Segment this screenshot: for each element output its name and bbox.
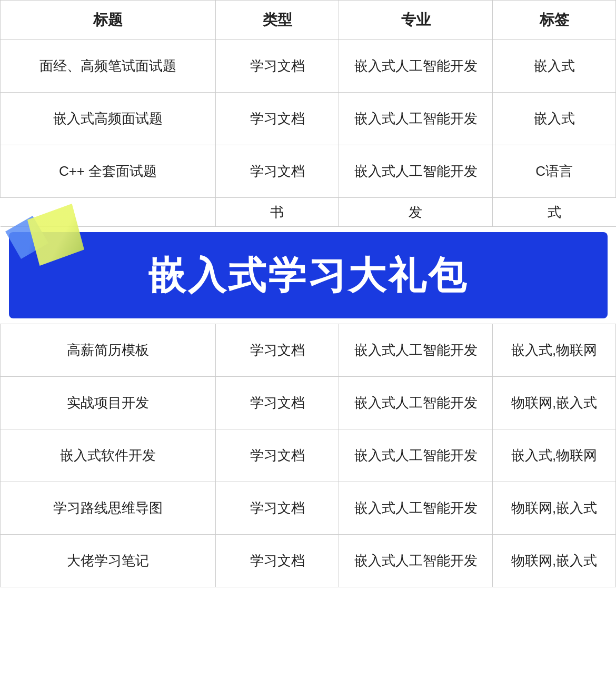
table-row: 面经、高频笔试面试题 学习文档 嵌入式人工智能开发 嵌入式 bbox=[1, 40, 616, 93]
cell-tag: 物联网,嵌入式 bbox=[493, 482, 616, 535]
cell-type: 学习文档 bbox=[216, 324, 339, 377]
banner-text: 嵌入式学习大礼包 bbox=[25, 247, 592, 304]
banner-row: 书 发 式 嵌入式学习大礼包 bbox=[1, 198, 616, 324]
partial-type: 书 bbox=[216, 198, 339, 226]
cell-title: 嵌入式高频面试题 bbox=[1, 93, 216, 145]
table-row: 大佬学习笔记 学习文档 嵌入式人工智能开发 物联网,嵌入式 bbox=[1, 535, 616, 587]
table-header: 标题 类型 专业 标签 bbox=[1, 1, 616, 40]
cell-major: 嵌入式人工智能开发 bbox=[339, 482, 492, 535]
partial-tag: 式 bbox=[493, 198, 616, 226]
cell-type: 学习文档 bbox=[216, 145, 339, 198]
cell-tag: C语言 bbox=[493, 145, 616, 198]
banner-background: 嵌入式学习大礼包 bbox=[9, 232, 608, 318]
partial-major: 发 bbox=[339, 198, 492, 226]
header-major: 专业 bbox=[339, 1, 492, 40]
header-type: 类型 bbox=[216, 1, 339, 40]
main-table: 标题 类型 专业 标签 面经、高频笔试面试题 学习文档 嵌入式人工智能开发 嵌入… bbox=[0, 0, 616, 587]
cell-type: 学习文档 bbox=[216, 535, 339, 587]
cell-major: 嵌入式人工智能开发 bbox=[339, 93, 492, 145]
cell-major: 嵌入式人工智能开发 bbox=[339, 40, 492, 93]
cell-tag: 物联网,嵌入式 bbox=[493, 535, 616, 587]
cell-tag: 嵌入式,物联网 bbox=[493, 429, 616, 482]
cell-title: 实战项目开发 bbox=[1, 377, 216, 429]
cell-major: 嵌入式人工智能开发 bbox=[339, 377, 492, 429]
cell-title: 大佬学习笔记 bbox=[1, 535, 216, 587]
cell-tag: 嵌入式,物联网 bbox=[493, 324, 616, 377]
table-row: 嵌入式软件开发 学习文档 嵌入式人工智能开发 嵌入式,物联网 bbox=[1, 429, 616, 482]
table-row: 嵌入式高频面试题 学习文档 嵌入式人工智能开发 嵌入式 bbox=[1, 93, 616, 145]
banner-wrapper: 嵌入式学习大礼包 bbox=[1, 227, 616, 324]
table-row: 高薪简历模板 学习文档 嵌入式人工智能开发 嵌入式,物联网 bbox=[1, 324, 616, 377]
cell-tag: 嵌入式 bbox=[493, 93, 616, 145]
cell-type: 学习文档 bbox=[216, 93, 339, 145]
cell-major: 嵌入式人工智能开发 bbox=[339, 145, 492, 198]
cell-major: 嵌入式人工智能开发 bbox=[339, 324, 492, 377]
cell-tag: 嵌入式 bbox=[493, 40, 616, 93]
table-row: 学习路线思维导图 学习文档 嵌入式人工智能开发 物联网,嵌入式 bbox=[1, 482, 616, 535]
cell-title: 高薪简历模板 bbox=[1, 324, 216, 377]
cell-tag: 物联网,嵌入式 bbox=[493, 377, 616, 429]
table-row: C++ 全套面试题 学习文档 嵌入式人工智能开发 C语言 bbox=[1, 145, 616, 198]
cell-type: 学习文档 bbox=[216, 429, 339, 482]
cell-title: C++ 全套面试题 bbox=[1, 145, 216, 198]
table-container: 标题 类型 专业 标签 面经、高频笔试面试题 学习文档 嵌入式人工智能开发 嵌入… bbox=[0, 0, 616, 587]
cell-type: 学习文档 bbox=[216, 482, 339, 535]
header-title: 标题 bbox=[1, 1, 216, 40]
cell-title: 面经、高频笔试面试题 bbox=[1, 40, 216, 93]
cell-type: 学习文档 bbox=[216, 377, 339, 429]
table-body: 面经、高频笔试面试题 学习文档 嵌入式人工智能开发 嵌入式 嵌入式高频面试题 学… bbox=[1, 40, 616, 587]
table-row: 实战项目开发 学习文档 嵌入式人工智能开发 物联网,嵌入式 bbox=[1, 377, 616, 429]
cell-type: 学习文档 bbox=[216, 40, 339, 93]
header-tag: 标签 bbox=[493, 1, 616, 40]
cell-major: 嵌入式人工智能开发 bbox=[339, 535, 492, 587]
cell-title: 学习路线思维导图 bbox=[1, 482, 216, 535]
cell-major: 嵌入式人工智能开发 bbox=[339, 429, 492, 482]
cell-title: 嵌入式软件开发 bbox=[1, 429, 216, 482]
